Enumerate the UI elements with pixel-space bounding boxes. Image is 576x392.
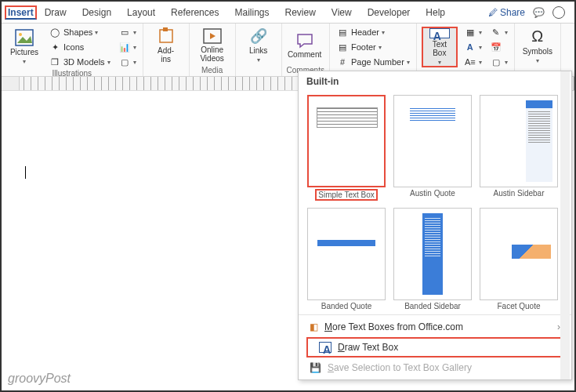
svg-rect-3 — [163, 27, 168, 31]
wordart-button[interactable]: A▾ — [462, 40, 484, 54]
footer-icon: ▤ — [336, 41, 349, 53]
screenshot-button[interactable]: ▢▾ — [117, 55, 138, 69]
wordart-icon: A — [464, 41, 476, 53]
tab-mailings[interactable]: Mailings — [226, 3, 277, 22]
textbox-icon — [319, 342, 331, 353]
tab-design[interactable]: Design — [74, 3, 119, 22]
pictures-button[interactable]: Pictures▾ — [6, 27, 42, 67]
text-box-dropdown: Built-in Simple Text Box Austin Quote Au… — [298, 71, 572, 380]
gallery-simple-text-box[interactable]: Simple Text Box — [306, 95, 386, 201]
document-area[interactable] — [19, 94, 297, 376]
text-cursor — [25, 166, 26, 179]
smartart-icon: ▭ — [118, 26, 131, 38]
omega-icon: Ω — [531, 27, 543, 45]
save-icon: 💾 — [310, 362, 321, 373]
links-button[interactable]: 🔗Links▾ — [241, 25, 277, 66]
quickparts-button[interactable]: ▦▾ — [462, 25, 484, 39]
gallery-banded-sidebar[interactable]: Banded Sidebar — [393, 208, 473, 311]
sig-icon: ✎ — [490, 26, 502, 38]
dropcap-icon: A≡ — [464, 56, 476, 68]
addins-icon — [158, 27, 175, 45]
dropcap-button[interactable]: A≡▾ — [462, 55, 484, 69]
office-icon: ◧ — [310, 321, 318, 332]
shapes-icon: ◯ — [49, 26, 61, 38]
chart-icon: 📊 — [118, 41, 131, 53]
tab-draw[interactable]: Draw — [37, 3, 74, 22]
header-button[interactable]: ▤Header▾ — [335, 25, 411, 39]
shapes-button[interactable]: ◯Shapes▾ — [47, 25, 112, 39]
comment-button[interactable]: Comment — [287, 25, 323, 66]
datetime-button[interactable]: 📅 — [488, 40, 509, 54]
online-videos-button[interactable]: Online Videos — [194, 25, 230, 66]
tab-insert[interactable]: Insert — [5, 5, 37, 20]
tab-review[interactable]: Review — [277, 3, 323, 22]
icons-button[interactable]: ✦Icons — [47, 40, 112, 54]
smartart-button[interactable]: ▭▾ — [117, 25, 138, 39]
gallery-austin-sidebar[interactable]: Austin Sidebar — [479, 95, 559, 201]
comments-icon[interactable]: 💬 — [533, 7, 545, 18]
pictures-icon — [15, 29, 34, 46]
3d-models-button[interactable]: ❒3D Models▾ — [47, 55, 112, 69]
text-box-button[interactable]: Text Box▾ — [422, 27, 458, 67]
scrollbar[interactable] — [560, 71, 570, 379]
tab-view[interactable]: View — [324, 3, 360, 22]
chart-button[interactable]: 📊▾ — [117, 40, 138, 54]
form-field-button[interactable]: Form Field — [566, 25, 576, 66]
group-media: Media — [194, 66, 230, 74]
pagenum-icon: # — [336, 56, 349, 68]
date-icon: 📅 — [490, 41, 502, 53]
draw-text-box[interactable]: Draw Text Box — [306, 337, 563, 358]
watermark: groovyPost — [8, 372, 71, 386]
svg-point-1 — [19, 33, 22, 36]
page-number-button[interactable]: #Page Number▾ — [335, 55, 411, 69]
tab-bar: Insert Draw Design Layout References Mai… — [2, 2, 574, 24]
gallery-banded-quote[interactable]: Banded Quote — [306, 208, 386, 311]
tab-developer[interactable]: Developer — [360, 3, 418, 22]
tab-help[interactable]: Help — [418, 3, 453, 22]
icons-icon: ✦ — [49, 41, 61, 53]
gallery-facet-quote[interactable]: Facet Quote — [479, 208, 559, 311]
link-icon: 🔗 — [250, 27, 267, 45]
footer-button[interactable]: ▤Footer▾ — [335, 40, 411, 54]
tab-layout[interactable]: Layout — [119, 3, 163, 22]
video-icon — [203, 28, 222, 44]
parts-icon: ▦ — [464, 26, 476, 38]
comment-icon — [296, 33, 313, 49]
svg-rect-2 — [160, 30, 172, 42]
gallery-austin-quote[interactable]: Austin Quote — [393, 95, 473, 201]
ribbon: Pictures▾ ◯Shapes▾ ✦Icons ❒3D Models▾ ▭▾… — [2, 24, 574, 77]
save-selection: 💾Save Selection to Text Box Gallery — [299, 359, 571, 376]
cube-icon: ❒ — [49, 56, 61, 68]
header-icon: ▤ — [336, 26, 349, 38]
feedback-icon[interactable] — [552, 6, 565, 19]
more-text-boxes[interactable]: ◧MMore Text Boxes from Office.comore Tex… — [299, 318, 571, 336]
signature-button[interactable]: ✎▾ — [488, 25, 509, 39]
screenshot-icon: ▢ — [118, 56, 131, 68]
textbox-icon — [429, 28, 450, 38]
object-icon: ▢ — [490, 56, 502, 68]
symbols-button[interactable]: ΩSymbols▾ — [520, 25, 556, 66]
tab-references[interactable]: References — [163, 3, 226, 22]
addins-button[interactable]: Add- ins — [148, 25, 184, 66]
share-button[interactable]: 🖉 Share — [488, 7, 525, 18]
object-button[interactable]: ▢▾ — [488, 55, 509, 69]
gallery: Simple Text Box Austin Quote Austin Side… — [299, 92, 571, 314]
dropdown-heading: Built-in — [299, 71, 571, 92]
